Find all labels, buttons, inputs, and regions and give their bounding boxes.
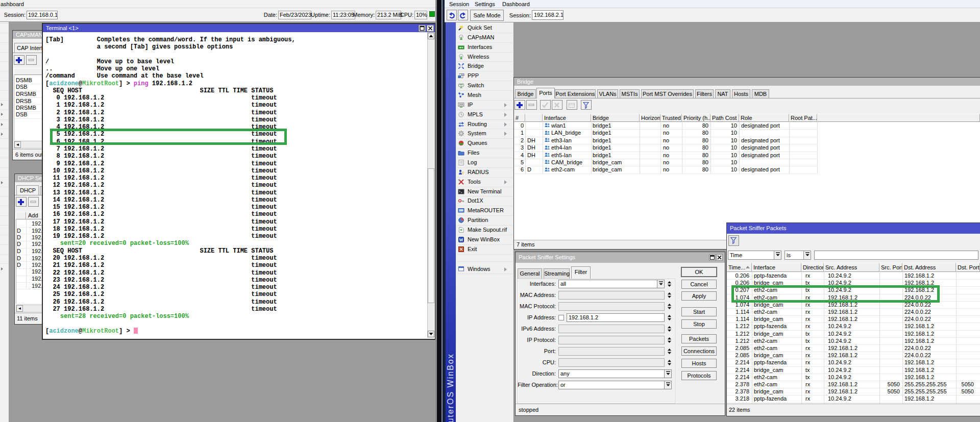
svg-text:255: 255	[459, 103, 463, 106]
